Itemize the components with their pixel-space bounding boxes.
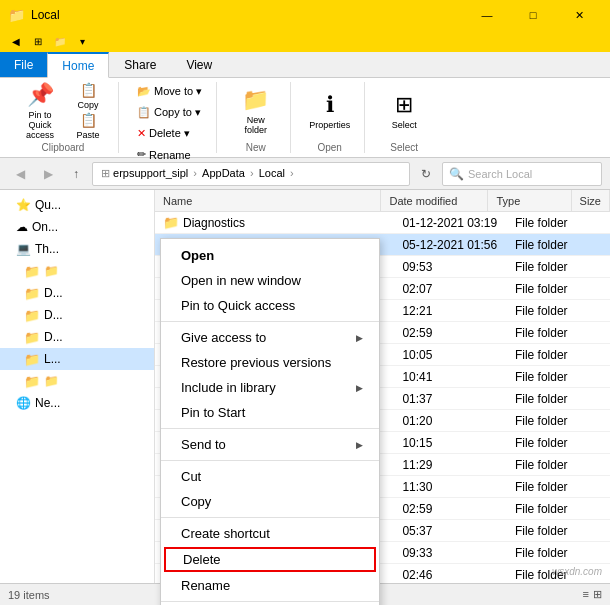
nav-item-3[interactable]: 📁 📁 (0, 260, 154, 282)
quick-icon: ⭐ (16, 198, 31, 212)
nav-item-5[interactable]: 📁 D... (0, 304, 154, 326)
title-text: Local (31, 8, 60, 22)
new-buttons: 📁 New folder (232, 82, 280, 140)
qat-dropdown[interactable]: ▾ (72, 31, 92, 51)
qat-back[interactable]: ◀ (6, 31, 26, 51)
copy-to-label: Copy to ▾ (154, 106, 201, 119)
folder-icon-diagnostics: 📁 (163, 215, 179, 230)
rename-icon: ✏ (137, 148, 146, 161)
nav-item-thispc[interactable]: 💻 Th... (0, 238, 154, 260)
qat-new-folder[interactable]: 📁 (50, 31, 70, 51)
file-list-header: Name Date modified Type Size (155, 190, 610, 212)
ribbon-group-clipboard: 📌 Pin to Quick access 📋 Copy 📋 Paste Cli… (8, 82, 119, 153)
new-folder-icon: 📁 (242, 87, 269, 113)
move-label: Move to ▾ (154, 85, 202, 98)
nav-item-6[interactable]: 📁 D... (0, 326, 154, 348)
address-bar: ◀ ▶ ↑ ⊞ erpsupport_sipl › AppData › Loca… (0, 158, 610, 190)
close-button[interactable]: ✕ (556, 0, 602, 30)
col-header-size[interactable]: Size (572, 190, 610, 211)
file-row-diagnostics[interactable]: 📁 Diagnostics 01-12-2021 03:19 File fold… (155, 212, 610, 234)
ctx-pin-start[interactable]: Pin to Start (161, 400, 379, 425)
title-bar: 📁 Local — □ ✕ (0, 0, 610, 30)
ctx-cut[interactable]: Cut (161, 464, 379, 489)
tab-home[interactable]: Home (47, 52, 109, 78)
file-name-diagnostics: 📁 Diagnostics (155, 212, 394, 233)
up-button[interactable]: ↑ (64, 162, 88, 186)
folder-icon-local: 📁 (24, 352, 40, 367)
ribbon-group-new: 📁 New folder New (221, 82, 291, 153)
ctx-include-lib[interactable]: Include in library (161, 375, 379, 400)
ctx-pin-quick[interactable]: Pin to Quick access (161, 293, 379, 318)
col-header-date[interactable]: Date modified (381, 190, 488, 211)
properties-button[interactable]: ℹ Properties (306, 82, 354, 140)
separator-2: › (250, 167, 257, 179)
paste-button[interactable]: 📋 Paste (66, 112, 110, 140)
maximize-button[interactable]: □ (510, 0, 556, 30)
col-header-name[interactable]: Name (155, 190, 381, 211)
select-buttons: ⊞ Select (380, 82, 428, 140)
select-icon: ⊞ (395, 92, 413, 118)
new-label: New (246, 140, 266, 153)
properties-icon: ℹ (326, 92, 334, 118)
search-placeholder: Search Local (468, 168, 532, 180)
network-icon: 🌐 (16, 396, 31, 410)
ctx-rename[interactable]: Rename (161, 573, 379, 598)
delete-ribbon-button[interactable]: ✕ Delete ▾ (131, 124, 208, 143)
ctx-send-to[interactable]: Send to (161, 432, 379, 457)
path-segment-2: AppData (202, 167, 245, 179)
nav-item-onedrive[interactable]: ☁ On... (0, 216, 154, 238)
search-box[interactable]: 🔍 Search Local (442, 162, 602, 186)
ctx-open[interactable]: Open (161, 243, 379, 268)
list-view-icon[interactable]: ≡ (583, 588, 589, 601)
address-path[interactable]: ⊞ erpsupport_sipl › AppData › Local › (92, 162, 410, 186)
ctx-create-shortcut[interactable]: Create shortcut (161, 521, 379, 546)
nav-label-3: 📁 (44, 264, 59, 278)
ctx-give-access[interactable]: Give access to (161, 325, 379, 350)
tab-file[interactable]: File (0, 52, 47, 77)
move-to-button[interactable]: 📂 Move to ▾ (131, 82, 208, 101)
forward-button[interactable]: ▶ (36, 162, 60, 186)
qat-properties[interactable]: ⊞ (28, 31, 48, 51)
col-header-type[interactable]: Type (488, 190, 571, 211)
ctx-sep-5 (161, 601, 379, 602)
ribbon-tabs: File Home Share View (0, 52, 610, 78)
paste-label: Paste (76, 130, 99, 140)
path-segment-3: Local (259, 167, 285, 179)
paste-icon: 📋 (80, 112, 97, 128)
nav-item-network[interactable]: 🌐 Ne... (0, 392, 154, 414)
grid-view-icon[interactable]: ⊞ (593, 588, 602, 601)
nav-label-8: 📁 (44, 374, 59, 388)
ctx-delete[interactable]: Delete (164, 547, 376, 572)
separator-3: › (290, 167, 294, 179)
nav-item-4[interactable]: 📁 D... (0, 282, 154, 304)
refresh-button[interactable]: ↻ (414, 162, 438, 186)
nav-item-local[interactable]: 📁 L... (0, 348, 154, 370)
minimize-button[interactable]: — (464, 0, 510, 30)
ctx-copy[interactable]: Copy (161, 489, 379, 514)
tab-share[interactable]: Share (109, 52, 171, 77)
ctx-restore-prev[interactable]: Restore previous versions (161, 350, 379, 375)
ctx-sep-1 (161, 321, 379, 322)
folder-icon-6: 📁 (24, 330, 40, 345)
ribbon-group-organize: 📂 Move to ▾ 📋 Copy to ▾ ✕ Delete ▾ ✏ Ren… (123, 82, 217, 153)
properties-label: Properties (309, 120, 350, 130)
watermark: wsxdn.com (552, 566, 602, 577)
select-button[interactable]: ⊞ Select (380, 82, 428, 140)
new-folder-label: New folder (244, 115, 267, 135)
folder-icon-3: 📁 (24, 264, 40, 279)
new-folder-button[interactable]: 📁 New folder (232, 82, 280, 140)
pin-to-quick-button[interactable]: 📌 Pin to Quick access (16, 82, 64, 140)
copy-button[interactable]: 📋 Copy (66, 82, 110, 110)
context-menu: Open Open in new window Pin to Quick acc… (160, 238, 380, 605)
delete-icon: ✕ (137, 127, 146, 140)
ctx-open-new-window[interactable]: Open in new window (161, 268, 379, 293)
nav-label-network: Ne... (35, 396, 60, 410)
ribbon-group-open: ℹ Properties Open (295, 82, 365, 153)
copy-to-button[interactable]: 📋 Copy to ▾ (131, 103, 208, 122)
nav-item-quick[interactable]: ⭐ Qu... (0, 194, 154, 216)
copy-icon: 📋 (80, 82, 97, 98)
nav-item-8[interactable]: 📁 📁 (0, 370, 154, 392)
tab-view[interactable]: View (171, 52, 227, 77)
folder-icon-4: 📁 (24, 286, 40, 301)
back-button[interactable]: ◀ (8, 162, 32, 186)
